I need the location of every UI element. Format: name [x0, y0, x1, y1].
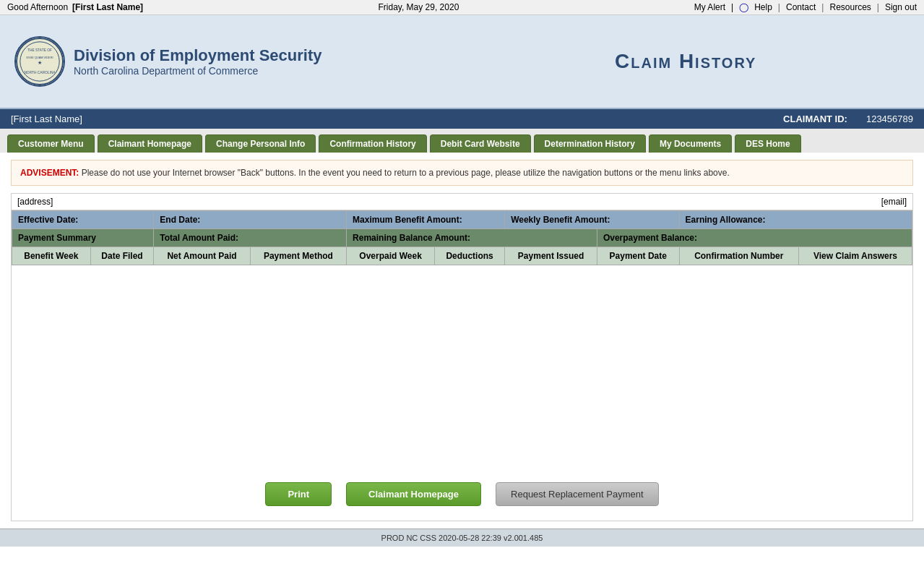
svg-text:THE STATE OF: THE STATE OF	[27, 48, 52, 52]
col-deductions: Deductions	[435, 247, 505, 265]
agency-department: North Carolina Department of Commerce	[74, 65, 322, 77]
claimant-id-label: CLAIMANT ID:	[783, 114, 847, 124]
resources-link[interactable]: Resources	[829, 2, 871, 12]
tab-determination-history[interactable]: Determination History	[534, 134, 646, 153]
claimant-bar: [First Last Name] CLAIMANT ID: 123456789	[0, 109, 924, 129]
page-title-area: Claim History	[462, 50, 910, 73]
nc-state-seal: THE STATE OF NORTH CAROLINA ★ ESSE QUAM …	[14, 36, 65, 87]
claimant-id-value: 123456789	[866, 114, 913, 124]
top-bar-date: Friday, May 29, 2020	[378, 2, 459, 12]
advisory-text: Please do not use your Internet browser …	[79, 168, 729, 178]
tab-des-home[interactable]: DES Home	[735, 134, 800, 153]
email-field: [email]	[881, 197, 907, 207]
advisory-label: ADVISEMENT:	[20, 168, 79, 178]
col-payment-issued: Payment Issued	[505, 247, 597, 265]
total-amount-paid-label: Total Amount Paid:	[154, 229, 347, 247]
svg-text:ESSE QUAM VIDERI: ESSE QUAM VIDERI	[26, 56, 53, 59]
overpayment-balance-label: Overpayment Balance:	[597, 229, 912, 247]
advisory-message: ADVISEMENT: Please do not use your Inter…	[11, 160, 913, 186]
greeting-text: Good Afternoon	[7, 2, 68, 12]
tab-confirmation-history[interactable]: Confirmation History	[319, 134, 426, 153]
claimant-name: [First Last Name]	[11, 114, 82, 124]
info-row: [address] [email]	[12, 194, 912, 210]
main-content-area: [address] [email] Effective Date: End Da…	[11, 193, 913, 521]
col-payment-date: Payment Date	[597, 247, 679, 265]
end-date-label: End Date:	[154, 211, 347, 229]
page-title: Claim History	[462, 50, 910, 73]
logo-area: THE STATE OF NORTH CAROLINA ★ ESSE QUAM …	[14, 36, 462, 87]
version-text: PROD NC CSS 2020-05-28 22:39 v2.001.485	[381, 534, 543, 542]
address-field: [address]	[17, 197, 53, 207]
col-payment-method: Payment Method	[250, 247, 346, 265]
agency-name: Division of Employment Security North Ca…	[74, 46, 322, 77]
help-link[interactable]: Help	[754, 2, 772, 12]
weekly-benefit-label: Weekly Benefit Amount:	[505, 211, 679, 229]
svg-text:★: ★	[38, 60, 42, 65]
tab-claimant-homepage[interactable]: Claimant Homepage	[98, 134, 202, 153]
top-bar-greeting: Good Afternoon [First Last Name]	[7, 2, 143, 12]
page-header: THE STATE OF NORTH CAROLINA ★ ESSE QUAM …	[0, 15, 924, 109]
remaining-balance-label: Remaining Balance Amount:	[347, 229, 597, 247]
tab-customer-menu[interactable]: Customer Menu	[7, 134, 95, 153]
claimant-homepage-button[interactable]: Claimant Homepage	[346, 482, 481, 506]
request-replacement-button[interactable]: Request Replacement Payment	[496, 482, 659, 506]
username-text: [First Last Name]	[72, 2, 143, 12]
col-date-filed: Date Filed	[90, 247, 154, 265]
svg-text:NORTH CAROLINA: NORTH CAROLINA	[24, 71, 56, 74]
tab-my-documents[interactable]: My Documents	[649, 134, 732, 153]
payment-summary-label: Payment Summary	[12, 229, 154, 247]
my-alert-link[interactable]: My Alert	[694, 2, 725, 12]
print-button[interactable]: Print	[265, 482, 332, 506]
top-bar-nav: My Alert | ◯ Help | Contact | Resources …	[694, 2, 917, 12]
col-confirmation-number: Confirmation Number	[679, 247, 798, 265]
sign-out-link[interactable]: Sign out	[885, 2, 917, 12]
page-footer: PROD NC CSS 2020-05-28 22:39 v2.001.485	[0, 528, 924, 547]
empty-data-area	[12, 265, 912, 468]
col-overpaid-week: Overpaid Week	[347, 247, 435, 265]
button-area: Print Claimant Homepage Request Replacem…	[12, 468, 912, 521]
separator3: |	[821, 2, 824, 12]
agency-division: Division of Employment Security	[74, 46, 322, 65]
help-icon: ◯	[739, 2, 748, 12]
max-benefit-label: Maximum Benefit Amount:	[347, 211, 505, 229]
tab-change-personal-info[interactable]: Change Personal Info	[205, 134, 316, 153]
effective-date-label: Effective Date:	[12, 211, 154, 229]
separator4: |	[877, 2, 879, 12]
col-benefit-week: Benefit Week	[12, 247, 91, 265]
separator2: |	[778, 2, 780, 12]
earning-allowance-label: Earning Allowance:	[679, 211, 912, 229]
contact-link[interactable]: Contact	[786, 2, 816, 12]
navigation-tabs: Customer Menu Claimant Homepage Change P…	[0, 129, 924, 153]
top-bar: Good Afternoon [First Last Name] Friday,…	[0, 0, 924, 15]
tab-debit-card-website[interactable]: Debit Card Website	[430, 134, 531, 153]
separator1: |	[731, 2, 733, 12]
col-view-claim-answers: View Claim Answers	[799, 247, 912, 265]
col-net-amount-paid: Net Amount Paid	[154, 247, 251, 265]
claim-history-table: Effective Date: End Date: Maximum Benefi…	[12, 210, 912, 265]
